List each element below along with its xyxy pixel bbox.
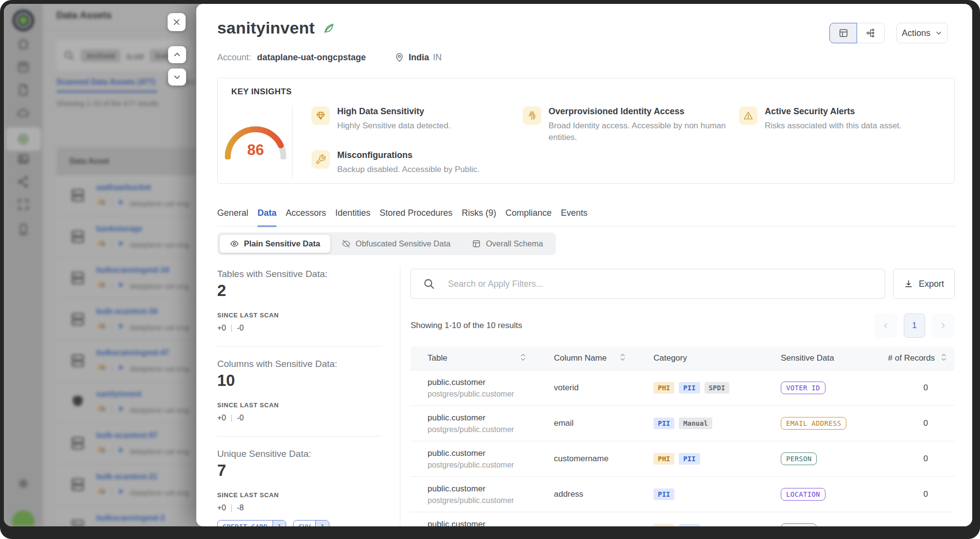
tabs-divider [217, 226, 955, 226]
page-title: sanityinvent [217, 18, 335, 37]
cell-category: PHIPII [636, 453, 764, 465]
sensitive-data-pill[interactable]: LOCATION [781, 488, 825, 501]
key-insights-title: KEY INSIGHTS [231, 87, 292, 97]
category-badges: PHIPII [653, 453, 764, 465]
table-row[interactable]: public.customer postgres/public.customer… [411, 441, 955, 476]
results-search-input[interactable] [447, 278, 885, 290]
obfuscated-sensitive-data-option[interactable]: Obfuscated Sensitive Data [331, 235, 461, 253]
category-badge: PII [679, 453, 700, 465]
detail-tab[interactable]: Risks (9) [462, 208, 496, 227]
next-page-button[interactable] [931, 313, 955, 338]
previous-page-button[interactable] [874, 313, 897, 338]
insight-misconfigurations: Misconfigurations Backup disabled. Acces… [311, 150, 480, 175]
account-row: Account: dataplane-uat-ongcpstage India … [217, 52, 442, 63]
stat-tables: Tables with Sensitive Data: 2 SINCE LAST… [217, 269, 382, 332]
cell-sensitive-data: EMAIL ADDRESS [764, 417, 869, 430]
detail-tab[interactable]: Stored Procedures [379, 208, 452, 227]
table-row[interactable]: public.customer postgres/public.customer… [411, 476, 955, 512]
category-badge: Manual [679, 417, 712, 429]
since-last-scan-label: SINCE LAST SCAN [217, 312, 382, 319]
header-records[interactable]: # of Records [869, 353, 955, 364]
graph-view-button[interactable] [857, 23, 885, 43]
header-category[interactable]: Category [636, 353, 764, 363]
chevron-down-icon [935, 29, 943, 37]
actions-button[interactable]: Actions [896, 23, 948, 43]
sensitive-type-chips: CREDIT CARD1 CVV1 [217, 520, 382, 526]
cell-column-name: email [537, 418, 636, 428]
table-row[interactable]: public.customer postgres/public.customer… [411, 512, 955, 526]
sort-icon[interactable] [941, 353, 947, 364]
sensitive-data-pill[interactable]: VOTER ID [781, 382, 825, 394]
wrench-icon [311, 150, 330, 169]
header-sensitive-data[interactable]: Sensitive Data [764, 353, 869, 363]
sort-icon[interactable] [520, 353, 526, 364]
actions-label: Actions [902, 28, 930, 38]
detail-tab[interactable]: Events [561, 208, 587, 227]
credit-card-chip[interactable]: CREDIT CARD1 [217, 520, 286, 526]
detail-tab[interactable]: Accessors [286, 208, 326, 227]
key-insights-card: KEY INSIGHTS 86 [217, 78, 955, 184]
table-view-button[interactable] [829, 23, 857, 43]
stat-value: 2 [217, 281, 382, 300]
sensitive-data-pill[interactable]: EMAIL ADDRESS [781, 417, 846, 430]
insight-title: Misconfigurations [337, 150, 480, 160]
header-column-name[interactable]: Column Name [537, 353, 636, 364]
detail-tab[interactable]: Compliance [505, 208, 551, 227]
location-pin-icon [394, 52, 405, 63]
sensitive-data-pill[interactable]: PERSON [781, 523, 817, 526]
results-search[interactable] [411, 269, 885, 299]
previous-asset-button[interactable] [168, 46, 186, 63]
cell-sensitive-data: PERSON [764, 523, 869, 526]
stat-unique: Unique Sensitive Data: 7 SINCE LAST SCAN… [217, 449, 382, 526]
header-table[interactable]: Table [411, 353, 537, 364]
option-label: Obfuscated Sensitive Data [356, 239, 450, 248]
close-panel-button[interactable] [168, 13, 186, 31]
cvv-chip[interactable]: CVV1 [293, 520, 329, 526]
cell-sensitive-data: VOTER ID [764, 382, 869, 394]
stat-value: 10 [217, 371, 382, 390]
sensitive-data-table: Table Column Name Category Sensitive Dat… [411, 347, 955, 526]
detail-tab[interactable]: General [217, 208, 248, 227]
cell-table: public.customer postgres/public.customer [411, 449, 537, 469]
option-label: Plain Sensitive Data [244, 239, 320, 248]
download-icon [904, 279, 913, 289]
detail-tab[interactable]: Identities [335, 208, 370, 227]
table-row[interactable]: public.customer postgres/public.customer… [411, 405, 955, 441]
cell-category: PII [636, 488, 764, 500]
cell-sensitive-data: PERSON [764, 452, 869, 465]
plain-sensitive-data-option[interactable]: Plain Sensitive Data [220, 235, 330, 253]
table-name: public.customer [428, 413, 537, 423]
insight-title: Overprovisioned Identity Access [549, 106, 729, 117]
account-value: dataplane-uat-ongcpstage [257, 52, 366, 63]
table-row[interactable]: public.customer postgres/public.customer… [411, 370, 955, 405]
cell-records: 0 [869, 454, 955, 464]
account-label: Account: [217, 52, 251, 63]
search-icon [423, 278, 435, 290]
eye-icon [230, 239, 239, 248]
table-body: public.customer postgres/public.customer… [411, 370, 955, 526]
category-badges: PII [653, 488, 764, 500]
option-label: Overall Schema [486, 239, 543, 248]
insight-desc: Backup disabled. Accessible by Public. [337, 164, 480, 175]
stat-delta: +0|-0 [217, 414, 382, 422]
export-button[interactable]: Export [893, 269, 955, 299]
overall-schema-option[interactable]: Overall Schema [462, 235, 553, 253]
next-asset-button[interactable] [168, 69, 186, 86]
sensitive-data-pill[interactable]: PERSON [781, 452, 817, 465]
insight-active-security-alerts: Active Security Alerts Risks associated … [739, 106, 902, 132]
eye-off-icon [342, 239, 351, 248]
category-badge: PII [679, 382, 700, 394]
cell-records: 0 [869, 489, 955, 499]
detail-tab[interactable]: Data [258, 208, 276, 227]
gem-icon [311, 106, 330, 125]
cell-table: public.customer postgres/public.customer [411, 378, 537, 399]
since-last-scan-label: SINCE LAST SCAN [217, 491, 382, 499]
category-badges: PIIManual [653, 417, 764, 429]
results-section: Export Showing 1-10 of the 10 results 1 … [411, 266, 955, 526]
schema-grid-icon [472, 239, 481, 248]
results-count: Showing 1-10 of the 10 results [411, 321, 522, 330]
current-page[interactable]: 1 [904, 313, 925, 338]
sort-icon[interactable] [619, 353, 626, 364]
stat-label: Columns with Sensitive Data: [217, 359, 382, 369]
risk-score-value: 86 [224, 141, 288, 159]
